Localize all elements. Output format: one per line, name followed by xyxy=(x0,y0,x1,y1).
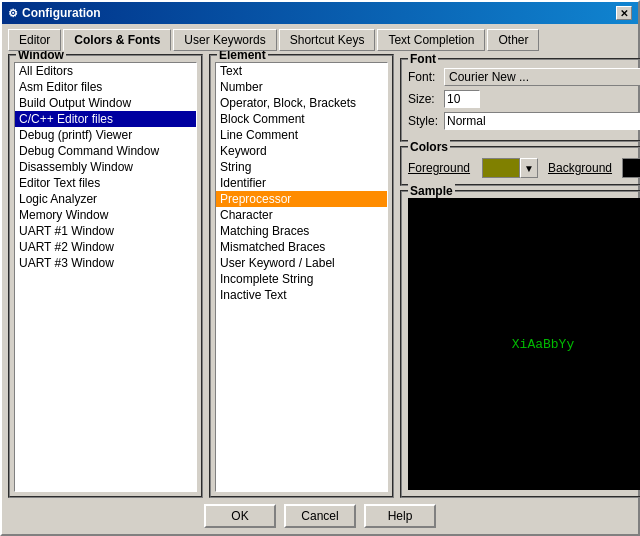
tab-shortcut-keys[interactable]: Shortcut Keys xyxy=(279,29,376,51)
list-item[interactable]: UART #1 Window xyxy=(15,223,196,239)
list-item[interactable]: Keyword xyxy=(216,143,387,159)
list-item[interactable]: UART #2 Window xyxy=(15,239,196,255)
element-listbox[interactable]: TextNumberOperator, Block, BracketsBlock… xyxy=(216,63,387,491)
list-item[interactable]: User Keyword / Label xyxy=(216,255,387,271)
list-item[interactable]: Logic Analyzer xyxy=(15,191,196,207)
ok-button[interactable]: OK xyxy=(204,504,276,528)
main-content: Window All EditorsAsm Editor filesBuild … xyxy=(2,50,638,498)
help-button[interactable]: Help xyxy=(364,504,436,528)
font-name-label: Font: xyxy=(408,70,444,84)
configuration-window: ⚙ Configuration ✕ Editor Colors & Fonts … xyxy=(0,0,640,536)
font-size-label: Size: xyxy=(408,92,444,106)
colors-row: Foreground ▼ Background ▼ xyxy=(408,158,640,178)
cancel-button[interactable]: Cancel xyxy=(284,504,356,528)
sample-text: XiAaBbYy xyxy=(512,337,574,352)
foreground-label: Foreground xyxy=(408,161,476,175)
list-item[interactable]: Asm Editor files xyxy=(15,79,196,95)
window-title: Configuration xyxy=(22,6,101,20)
list-item[interactable]: Identifier xyxy=(216,175,387,191)
colors-section: Colors Foreground ▼ Background ▼ xyxy=(400,146,640,186)
foreground-color-button[interactable]: ▼ xyxy=(520,158,538,178)
list-item[interactable]: Build Output Window xyxy=(15,95,196,111)
list-item[interactable]: C/C++ Editor files xyxy=(15,111,196,127)
window-panel: Window All EditorsAsm Editor filesBuild … xyxy=(8,54,203,498)
font-name-row: Font: Courier New ... xyxy=(408,68,640,86)
list-item[interactable]: Matching Braces xyxy=(216,223,387,239)
element-panel: Element TextNumberOperator, Block, Brack… xyxy=(209,54,394,498)
font-section-label: Font xyxy=(408,52,438,66)
list-item[interactable]: Incomplete String xyxy=(216,271,387,287)
colors-section-label: Colors xyxy=(408,140,450,154)
font-style-row: Style: Normal ▼ xyxy=(408,112,640,130)
list-item[interactable]: Block Comment xyxy=(216,111,387,127)
font-picker-button[interactable]: Courier New ... xyxy=(444,68,640,86)
background-label: Background xyxy=(548,161,616,175)
font-size-row: Size: xyxy=(408,90,640,108)
tab-other[interactable]: Other xyxy=(487,29,539,51)
sample-area: XiAaBbYy xyxy=(408,198,640,490)
list-item[interactable]: Editor Text files xyxy=(15,175,196,191)
list-item[interactable]: String xyxy=(216,159,387,175)
tabs-bar: Editor Colors & Fonts User Keywords Shor… xyxy=(2,24,638,50)
font-inner: Font Font: Courier New ... Size: xyxy=(400,54,640,498)
window-listbox-container: All EditorsAsm Editor filesBuild Output … xyxy=(14,62,197,492)
list-item[interactable]: Preprocessor xyxy=(216,191,387,207)
list-item[interactable]: Mismatched Braces xyxy=(216,239,387,255)
font-size-input[interactable] xyxy=(444,90,480,108)
window-panel-box: Window All EditorsAsm Editor filesBuild … xyxy=(8,54,203,498)
list-item[interactable]: Debug (printf) Viewer xyxy=(15,127,196,143)
font-style-label: Style: xyxy=(408,114,444,128)
tab-user-keywords[interactable]: User Keywords xyxy=(173,29,276,51)
list-item[interactable]: Text xyxy=(216,63,387,79)
element-panel-box: Element TextNumberOperator, Block, Brack… xyxy=(209,54,394,498)
tab-text-completion[interactable]: Text Completion xyxy=(377,29,485,51)
element-listbox-container: TextNumberOperator, Block, BracketsBlock… xyxy=(215,62,388,492)
list-item[interactable]: Inactive Text xyxy=(216,287,387,303)
list-item[interactable]: Character xyxy=(216,207,387,223)
list-item[interactable]: Number xyxy=(216,79,387,95)
window-listbox[interactable]: All EditorsAsm Editor filesBuild Output … xyxy=(15,63,196,491)
foreground-color-swatch xyxy=(482,158,520,178)
title-bar: ⚙ Configuration ✕ xyxy=(2,2,638,24)
font-style-select[interactable]: Normal ▼ xyxy=(444,112,640,130)
font-section: Font Font: Courier New ... Size: xyxy=(400,58,640,142)
foreground-picker: ▼ xyxy=(482,158,538,178)
tab-colors-fonts[interactable]: Colors & Fonts xyxy=(63,29,171,51)
list-item[interactable]: Disassembly Window xyxy=(15,159,196,175)
sample-section-label: Sample xyxy=(408,184,455,198)
background-color-swatch xyxy=(622,158,640,178)
bottom-buttons: OK Cancel Help xyxy=(2,498,638,534)
background-picker: ▼ xyxy=(622,158,640,178)
sample-section: Sample XiAaBbYy xyxy=(400,190,640,498)
list-item[interactable]: UART #3 Window xyxy=(15,255,196,271)
close-button[interactable]: ✕ xyxy=(616,6,632,20)
list-item[interactable]: Memory Window xyxy=(15,207,196,223)
list-item[interactable]: All Editors xyxy=(15,63,196,79)
tab-editor[interactable]: Editor xyxy=(8,29,61,51)
list-item[interactable]: Line Comment xyxy=(216,127,387,143)
list-item[interactable]: Operator, Block, Brackets xyxy=(216,95,387,111)
window-icon: ⚙ xyxy=(8,7,18,20)
font-panel: Font Font: Courier New ... Size: xyxy=(400,54,640,498)
list-item[interactable]: Debug Command Window xyxy=(15,143,196,159)
